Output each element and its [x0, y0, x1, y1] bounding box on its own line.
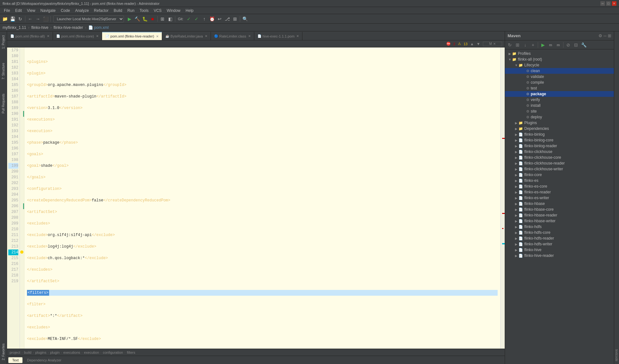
tab-pom-flinkx-all[interactable]: 📄 pom.xml (flinkx-all) ✕ [7, 32, 53, 40]
loading-close[interactable]: ✕ [493, 42, 496, 46]
tree-flinkx-es-reader[interactable]: ▶ 📄 flinkx-es-reader [505, 189, 614, 195]
menu-analyze[interactable]: Analyze [73, 8, 92, 13]
breadcrumb-build[interactable]: build [24, 351, 31, 354]
tree-flinkx-all[interactable]: ▼ 📁 flinkx-all (root) [505, 56, 614, 62]
tree-flinkx-es-core[interactable]: ▶ 📄 flinkx-es-core [505, 183, 614, 189]
tree-test[interactable]: ⚙ test [505, 85, 614, 91]
flinkx-es-core-toggle[interactable]: ▶ [514, 185, 519, 188]
breadcrumb-plugin[interactable]: plugin [50, 351, 59, 354]
git-commit[interactable]: ⊞ [231, 15, 239, 22]
close-button[interactable]: ✕ [612, 1, 616, 6]
menu-navigate[interactable]: Navigate [38, 8, 58, 13]
tab-pom-flinkx-hive-reader[interactable]: 📄 pom.xml (flinkx-hive-reader) ✕ [102, 32, 162, 40]
maven-m-button[interactable]: m [547, 41, 554, 48]
stop-button[interactable]: ■ [149, 15, 156, 22]
git-clock[interactable]: ⏰ [208, 15, 215, 22]
debug-button[interactable]: 🐛 [141, 15, 148, 22]
sidebar-favorites-label[interactable]: 2: Favorites [1, 341, 6, 363]
tab-close-button5[interactable]: ✕ [248, 34, 251, 38]
back-button[interactable]: ← [27, 15, 34, 22]
maven-download-button[interactable]: ↓ [522, 41, 529, 48]
tree-flinkx-clickhouse[interactable]: ▶ 📄 flinkx-clickhouse [505, 149, 614, 155]
tree-flinkx-hbase-core[interactable]: ▶ 📄 flinkx-hbase-core [505, 207, 614, 212]
tree-profiles[interactable]: ▶ 📁 Profiles [505, 51, 614, 56]
tree-flinkx-binlog[interactable]: ▶ 📄 flinkx-binlog [505, 131, 614, 137]
expand-errors-up[interactable]: ▲ [470, 42, 474, 46]
flinkx-binlog-core-toggle[interactable]: ▶ [514, 139, 519, 142]
new-project-button[interactable]: 📁 [1, 15, 8, 22]
flinkx-es-toggle[interactable]: ▶ [514, 179, 519, 182]
tab-close-button3[interactable]: ✕ [156, 35, 159, 38]
nav-hive[interactable]: flinkx-hive [31, 25, 48, 30]
tree-flinkx-clickhouse-reader[interactable]: ▶ 📄 flinkx-clickhouse-reader [505, 160, 614, 166]
lifecycle-toggle[interactable]: ▼ [514, 63, 519, 67]
textcode-label[interactable]: textcode [615, 349, 618, 361]
tab-byteratelimiter[interactable]: ☕ ByteRateLimiter.java ✕ [162, 32, 211, 40]
maximize-button[interactable]: □ [606, 1, 611, 6]
tree-plugins[interactable]: ▶ 📁 Plugins [505, 120, 614, 126]
tab-close-button6[interactable]: ✕ [296, 34, 299, 38]
tree-flinkx-hbase-writer[interactable]: ▶ 📄 flinkx-hbase-writer [505, 218, 614, 224]
maven-skip-test-button[interactable]: ⊘ [565, 41, 572, 48]
tab-close-button[interactable]: ✕ [47, 34, 49, 38]
flinkx-hive-toggle[interactable]: ▶ [514, 248, 519, 252]
build-button[interactable]: 🔨 [134, 15, 141, 22]
maven-tree[interactable]: ▶ 📁 Profiles ▼ 📁 flinkx-all (root) ▼ 📁 L… [505, 49, 614, 364]
flinkx-es-writer-toggle[interactable]: ▶ [514, 196, 519, 200]
tree-flinkx-hdfs-reader[interactable]: ▶ 📄 flinkx-hdfs-reader [505, 235, 614, 241]
flinkx-hdfs-writer-toggle[interactable]: ▶ [514, 242, 519, 246]
breadcrumb-executions[interactable]: executions [63, 351, 80, 354]
code-editor[interactable]: <plugins> <plugin> <groupId>org.apache.m… [24, 47, 500, 349]
git-branches[interactable]: ⎇ [224, 15, 231, 22]
tree-dependencies[interactable]: ▶ 📁 Dependencies [505, 126, 614, 131]
profile-button[interactable]: ◧ [167, 15, 174, 22]
sync-button[interactable]: ↻ [17, 15, 24, 22]
expand-errors-down[interactable]: ▼ [476, 42, 480, 46]
maven-expand-button[interactable]: ⊞ [608, 33, 611, 38]
tree-install[interactable]: ⚙ install [505, 103, 614, 108]
maven-run-button[interactable]: ▶ [539, 41, 546, 48]
maven-add-button[interactable]: + [529, 41, 536, 48]
flinkx-binlog-reader-toggle[interactable]: ▶ [514, 144, 519, 148]
tree-flinkx-clickhouse-writer[interactable]: ▶ 📄 flinkx-clickhouse-writer [505, 166, 614, 172]
menu-build[interactable]: Build [111, 8, 125, 13]
maven-collapse-button[interactable]: ⊟ [572, 41, 580, 48]
sidebar-pullrequests-label[interactable]: Pull Requests [1, 91, 6, 116]
maven-generate-button[interactable]: ⊞ [514, 41, 521, 48]
nav-root[interactable]: myflinkx_1.11 [3, 25, 26, 30]
flinkx-binlog-toggle[interactable]: ▶ [514, 133, 519, 136]
tree-flinkx-hdfs-writer[interactable]: ▶ 📄 flinkx-hdfs-writer [505, 241, 614, 247]
tree-site[interactable]: ⚙ site [505, 108, 614, 114]
flinkx-clickhouse-core-toggle[interactable]: ▶ [514, 156, 519, 159]
tab-text[interactable]: Text [8, 357, 22, 363]
menu-refactor[interactable]: Refactor [92, 8, 111, 13]
flinkx-clickhouse-toggle[interactable]: ▶ [514, 150, 519, 154]
tree-flinkx-clickhouse-core[interactable]: ▶ 📄 flinkx-clickhouse-core [505, 155, 614, 160]
tree-lifecycle[interactable]: ▼ 📁 Lifecycle [505, 62, 614, 68]
git-undo[interactable]: ↩ [216, 15, 223, 22]
breadcrumb-execution[interactable]: execution [84, 351, 99, 354]
nav-pomxml[interactable]: 📄 pom.xml [88, 25, 109, 30]
tab-close-button2[interactable]: ✕ [96, 34, 99, 38]
tab-close-button4[interactable]: ✕ [205, 34, 207, 38]
git-check2[interactable]: ✓ [193, 15, 200, 22]
run-button[interactable]: ▶ [126, 15, 133, 22]
tree-flinkx-hdfs[interactable]: ▶ 📄 flinkx-hdfs [505, 224, 614, 230]
tree-deploy[interactable]: ⚙ deploy [505, 114, 614, 120]
flinkx-clickhouse-reader-toggle[interactable]: ▶ [514, 162, 519, 165]
maven-refresh-button[interactable]: ↻ [506, 41, 513, 48]
menu-code[interactable]: Code [58, 8, 73, 13]
flinkx-hbase-reader-toggle[interactable]: ▶ [514, 214, 519, 217]
tree-flinkx-hive[interactable]: ▶ 📄 flinkx-hive [505, 247, 614, 253]
flinkx-es-reader-toggle[interactable]: ▶ [514, 190, 519, 194]
tab-ratelimiter[interactable]: 🔵 RateLimiter.class ✕ [211, 32, 254, 40]
maven-minimize-button[interactable]: ─ [604, 33, 606, 38]
coverage-button[interactable]: ⊞ [159, 15, 166, 22]
launcher-select[interactable]: Launcher Local Mode Hive2SqlServer [53, 15, 124, 22]
git-check1[interactable]: ✓ [185, 15, 192, 22]
tree-package[interactable]: ⚙ package [505, 91, 614, 97]
plugins-toggle[interactable]: ▶ [514, 121, 519, 125]
maven-debug-m-button[interactable]: m [555, 41, 562, 48]
tree-validate[interactable]: ⚙ validate [505, 74, 614, 80]
menu-edit[interactable]: Edit [13, 8, 24, 13]
